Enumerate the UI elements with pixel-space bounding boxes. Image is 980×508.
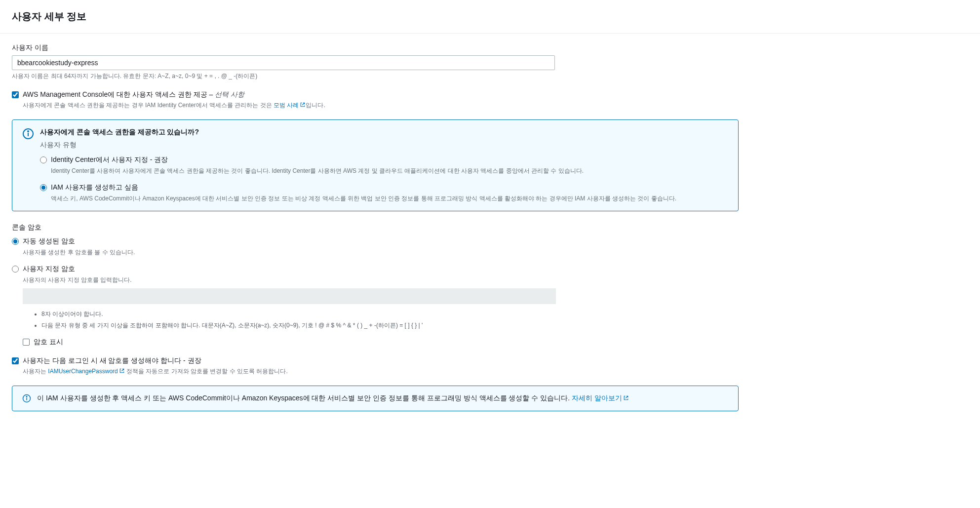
identity-center-label: Identity Center에서 사용자 지정 - 권장 [51, 156, 168, 164]
console-access-label: AWS Management Console에 대한 사용자 액세스 권한 제공… [23, 90, 244, 99]
user-type-subtitle: 사용자 유형 [40, 141, 728, 150]
username-hint: 사용자 이름은 최대 64자까지 가능합니다. 유효한 문자: A~Z, a~z… [12, 72, 739, 80]
info-icon [22, 128, 34, 140]
user-type-title: 사용자에게 콘솔 액세스 권한을 제공하고 있습니까? [40, 128, 728, 137]
iam-user-option: IAM 사용자를 생성하고 싶음 액세스 키, AWS CodeCommit이나… [40, 183, 728, 203]
console-access-hint: 사용자에게 콘솔 액세스 권한을 제공하는 경우 IAM Identity Ce… [23, 101, 739, 110]
console-password-group: 콘솔 암호 자동 생성된 암호 사용자를 생성한 후 암호를 볼 수 있습니다.… [12, 223, 739, 347]
auto-password-option: 자동 생성된 암호 사용자를 생성한 후 암호를 볼 수 있습니다. [12, 237, 739, 257]
must-change-checkbox[interactable] [12, 357, 19, 364]
password-rule-2: 다음 문자 유형 중 세 가지 이상을 조합하여 포함해야 합니다. 대문자(A… [41, 321, 739, 330]
svg-point-2 [28, 131, 29, 132]
show-password-label: 암호 표시 [34, 338, 63, 347]
best-practice-link[interactable]: 모범 사례 [274, 102, 306, 109]
svg-point-5 [26, 396, 27, 397]
console-access-checkbox[interactable] [12, 91, 19, 98]
auto-password-radio[interactable] [12, 238, 19, 245]
iam-user-hint: 액세스 키, AWS CodeCommit이나 Amazon Keyspaces… [51, 194, 728, 203]
username-label: 사용자 이름 [12, 43, 739, 52]
must-change-hint: 사용자는 IAMUserChangePassword 정책을 자동으로 가져와 … [23, 367, 739, 376]
must-change-password-group: 사용자는 다음 로그인 시 새 암호를 생성해야 합니다 - 권장 사용자는 I… [12, 356, 739, 376]
show-password-row: 암호 표시 [23, 338, 739, 347]
custom-password-hint: 사용자의 사용자 지정 암호를 입력합니다. [23, 275, 739, 284]
page-header: 사용자 세부 정보 [0, 0, 980, 34]
console-access-row: AWS Management Console에 대한 사용자 액세스 권한 제공… [12, 90, 739, 99]
page-title: 사용자 세부 정보 [12, 10, 968, 23]
password-rule-1: 8자 이상이어야 합니다. [41, 310, 739, 318]
username-group: 사용자 이름 사용자 이름은 최대 64자까지 가능합니다. 유효한 문자: A… [12, 43, 739, 80]
content-area: 사용자 이름 사용자 이름은 최대 64자까지 가능합니다. 유효한 문자: A… [0, 34, 750, 421]
custom-password-input-disabled [23, 288, 556, 304]
password-rules: 8자 이상이어야 합니다. 다음 문자 유형 중 세 가지 이상을 조합하여 포… [34, 310, 739, 330]
auto-password-hint: 사용자를 생성한 후 암호를 볼 수 있습니다. [23, 248, 739, 257]
bottom-info-panel: 이 IAM 사용자를 생성한 후 액세스 키 또는 AWS CodeCommit… [12, 386, 739, 411]
user-type-panel: 사용자에게 콘솔 액세스 권한을 제공하고 있습니까? 사용자 유형 Ident… [12, 119, 739, 211]
username-input[interactable] [12, 55, 555, 70]
bottom-info-text: 이 IAM 사용자를 생성한 후 액세스 키 또는 AWS CodeCommit… [37, 394, 629, 403]
user-type-content: 사용자에게 콘솔 액세스 권한을 제공하고 있습니까? 사용자 유형 Ident… [40, 128, 728, 203]
identity-center-radio[interactable] [40, 156, 47, 163]
console-password-label: 콘솔 암호 [12, 223, 739, 232]
custom-password-option: 사용자 지정 암호 사용자의 사용자 지정 암호를 입력합니다. [12, 265, 739, 284]
learn-more-link[interactable]: 자세히 알아보기 [572, 394, 629, 402]
must-change-label: 사용자는 다음 로그인 시 새 암호를 생성해야 합니다 - 권장 [23, 356, 201, 365]
iam-change-password-link[interactable]: IAMUserChangePassword [48, 368, 124, 375]
show-password-checkbox[interactable] [23, 339, 30, 346]
custom-password-radio[interactable] [12, 266, 19, 273]
identity-center-hint: Identity Center를 사용하여 사용자에게 콘솔 액세스 권한을 제… [51, 166, 728, 175]
iam-user-label: IAM 사용자를 생성하고 싶음 [51, 183, 138, 192]
external-link-icon [300, 102, 306, 108]
info-icon [22, 394, 31, 403]
console-access-group: AWS Management Console에 대한 사용자 액세스 권한 제공… [12, 90, 739, 110]
external-link-icon [119, 368, 125, 374]
auto-password-label: 자동 생성된 암호 [23, 237, 75, 246]
iam-user-radio[interactable] [40, 184, 47, 191]
external-link-icon [623, 395, 629, 401]
must-change-row: 사용자는 다음 로그인 시 새 암호를 생성해야 합니다 - 권장 [12, 356, 739, 365]
identity-center-option: Identity Center에서 사용자 지정 - 권장 Identity C… [40, 156, 728, 175]
custom-password-label: 사용자 지정 암호 [23, 265, 75, 274]
